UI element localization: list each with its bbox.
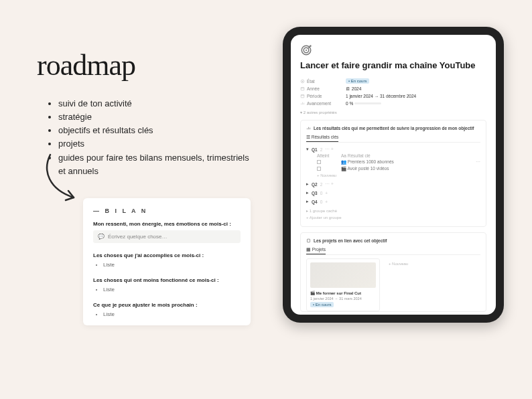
prop-label-text: État [307,79,315,84]
projects-section: Les projets en lien avec cet objectif ▦ … [300,232,486,312]
tablet-frame: Lancer et faire grandir ma chaîne YouTub… [283,27,504,323]
prop-value: 0 % [346,101,381,106]
feature-item: objectifs et résultats clés [58,124,258,137]
video-icon: 🎬 [310,291,315,295]
bilan-q2-label: Les choses que j'ai accomplies ce mois-c… [93,252,241,258]
q1-group[interactable]: ▾ Q1 2 ⋯ + AtteintAa Résultat clé 👥 Prem… [306,146,480,179]
bilan-q2-list[interactable]: Liste [93,262,241,268]
chevron-right-icon: ▸ [306,199,309,204]
prop-value: 1 janvier 2024 → 31 décembre 2024 [346,94,416,98]
bilan-q1-label: Mon ressenti, mon énergie, mes émotions … [93,221,241,227]
project-cover [310,262,376,288]
svg-rect-7 [354,102,381,104]
bilan-q1-placeholder: Écrivez quelque chose… [108,234,168,240]
feature-item: suivi de ton activité [58,97,258,110]
target-icon [300,44,312,56]
prop-periode[interactable]: Période 1 janvier 2024 → 31 décembre 202… [300,92,486,100]
project-dates: 1 janvier 2024 → 31 mars 2024 [310,297,376,301]
results-heading: Les résultats clés qui me permettent de … [306,126,480,131]
bilan-title: — B I L A N [93,208,241,214]
checkbox[interactable] [317,160,321,164]
svg-point-2 [306,50,307,51]
page-title: Lancer et faire grandir ma chaîne YouTub… [300,60,486,70]
headline: roadmap [37,48,258,82]
q3-group[interactable]: ▸ Q3 0 + [306,189,480,196]
svg-point-4 [302,80,304,82]
hidden-group[interactable]: ▸ 1 groupe caché [306,207,480,214]
svg-rect-5 [301,87,304,90]
bilan-q1-input[interactable]: 💬 Écrivez quelque chose… [93,230,241,243]
new-result[interactable]: + Nouveau [317,172,480,179]
bilan-q4-label: Ce que je peux ajuster le mois prochain … [93,302,241,308]
prop-etat[interactable]: État • En cours [300,77,486,85]
svg-rect-8 [307,239,310,242]
chevron-right-icon: ▸ [306,181,309,187]
q2-group[interactable]: ▸ Q2 2 ⋯ + [306,181,480,187]
bilan-card: — B I L A N Mon ressenti, mon énergie, m… [83,198,251,325]
prop-label-text: Période [307,94,322,98]
clipboard-icon [306,238,311,243]
status-badge: • En cours [346,78,369,84]
results-section: Les résultats clés qui me permettent de … [300,120,486,227]
results-tabs[interactable]: ☰ Résultats clés [306,135,480,143]
chevron-right-icon: ▸ [306,190,309,195]
bilan-q4-list[interactable]: Liste [93,311,241,317]
projects-heading: Les projets en lien avec cet objectif [306,238,480,243]
feature-item: stratégie [58,110,258,124]
prop-value: 2024 [352,86,361,91]
tablet-screen: Lancer et faire grandir ma chaîne YouTub… [291,35,496,315]
bilan-q3-label: Les choses qui ont moins fonctionné ce m… [93,277,241,283]
chart-icon [306,126,311,131]
key-result-row[interactable]: 👥 Premiers 1000 abonnés⋯ [317,159,480,165]
bilan-q3-list[interactable]: Liste [93,287,241,293]
q4-group[interactable]: ▸ Q4 0 + [306,198,480,205]
prop-avancement[interactable]: Avancement 0 % [300,100,486,107]
list-item: Liste [103,262,241,268]
svg-rect-6 [301,94,304,97]
prop-label-text: Année [307,86,320,91]
more-properties[interactable]: ▾ 2 autres propriétés [300,107,486,120]
add-project[interactable]: + Nouveau [385,258,411,269]
add-group[interactable]: + Ajouter un groupe [306,214,480,221]
speech-icon: 💬 [98,234,105,240]
projects-gallery: 🎬 Me former sur Final Cut 1 janvier 2024… [306,258,480,311]
calendar-icon [300,94,305,98]
project-status-badge: • En cours [310,302,334,307]
key-result-row[interactable]: 🎬 Avoir posté 10 vidéos [317,165,480,172]
prop-label-text: Avancement [307,101,331,106]
bar-icon [300,101,305,106]
feature-item: projets [58,137,258,151]
project-card[interactable]: 🎬 Me former sur Final Cut 1 janvier 2024… [306,258,380,311]
calendar-icon [300,86,305,91]
link-page-icon: 🗓 [346,86,352,91]
circle-dot-icon [300,79,305,84]
list-item: Liste [103,287,241,293]
projects-tabs[interactable]: ▦ Projets [306,247,480,255]
checkbox[interactable] [317,167,321,171]
arrow-icon [37,151,90,214]
list-item: Liste [103,311,241,317]
chevron-down-icon: ▾ [306,147,309,152]
prop-annee[interactable]: Année 🗓 2024 [300,85,486,92]
